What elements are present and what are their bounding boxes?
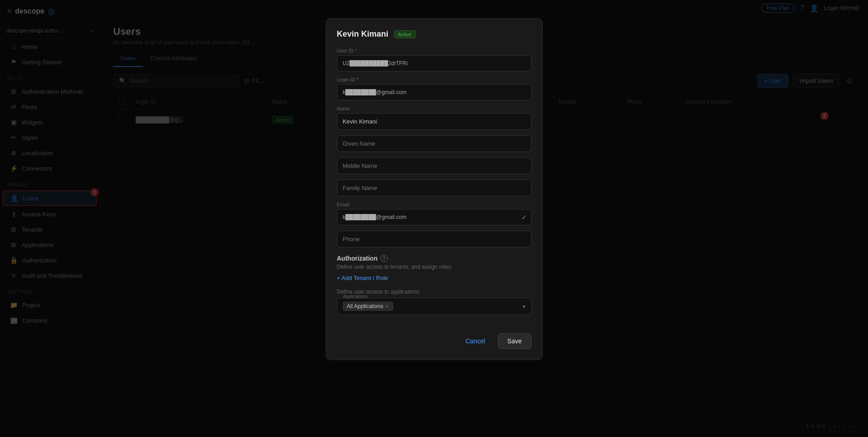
- phone-field: [337, 231, 531, 247]
- family-name-field: [337, 180, 531, 196]
- user-id-input[interactable]: [337, 55, 531, 71]
- add-tenant-link[interactable]: + Add Tenant / Role: [337, 275, 531, 281]
- modal-overlay: Kevin Kimani Active User ID * Login ID *…: [0, 0, 868, 437]
- authorization-section-title: Authorization ?: [337, 255, 531, 262]
- dropdown-chevron-icon: ▾: [522, 303, 526, 310]
- family-name-input[interactable]: [337, 180, 531, 196]
- login-id-label: Login ID *: [337, 77, 531, 82]
- remove-app-tag-icon[interactable]: ✕: [385, 304, 389, 309]
- applications-dropdown[interactable]: All Applications ✕ ▾: [337, 298, 531, 315]
- middle-name-field: [337, 157, 531, 174]
- user-id-label: User ID *: [337, 48, 531, 53]
- modal-title: Kevin Kimani: [337, 29, 389, 39]
- applications-floating-label: Applications: [342, 294, 370, 299]
- user-id-field: User ID *: [337, 48, 531, 71]
- name-field: Name: [337, 106, 531, 130]
- phone-input[interactable]: [337, 231, 531, 247]
- applications-dropdown-wrapper: Applications All Applications ✕ ▾: [337, 298, 531, 315]
- modal-header: Kevin Kimani Active: [337, 29, 531, 39]
- email-field: Email ✓: [337, 202, 531, 225]
- user-edit-modal: Kevin Kimani Active User ID * Login ID *…: [326, 18, 543, 360]
- cancel-button[interactable]: Cancel: [458, 333, 493, 349]
- given-name-input[interactable]: [337, 135, 531, 152]
- given-name-field: [337, 135, 531, 152]
- name-label: Name: [337, 106, 531, 111]
- authorization-subtitle: Define user access to tenants, and assig…: [337, 264, 531, 270]
- all-applications-tag: All Applications ✕: [343, 302, 394, 311]
- email-label: Email: [337, 202, 531, 207]
- email-input[interactable]: [337, 209, 531, 225]
- name-input[interactable]: [337, 113, 531, 130]
- middle-name-input[interactable]: [337, 157, 531, 174]
- app-tags-container: All Applications ✕: [343, 302, 394, 311]
- authorization-info-icon[interactable]: ?: [380, 255, 388, 262]
- modal-status-badge: Active: [394, 30, 416, 38]
- email-verified-icon: ✓: [522, 214, 527, 221]
- modal-footer: Cancel Save: [337, 326, 531, 349]
- login-id-field: Login ID *: [337, 77, 531, 100]
- save-button[interactable]: Save: [498, 333, 531, 349]
- login-id-input[interactable]: [337, 84, 531, 100]
